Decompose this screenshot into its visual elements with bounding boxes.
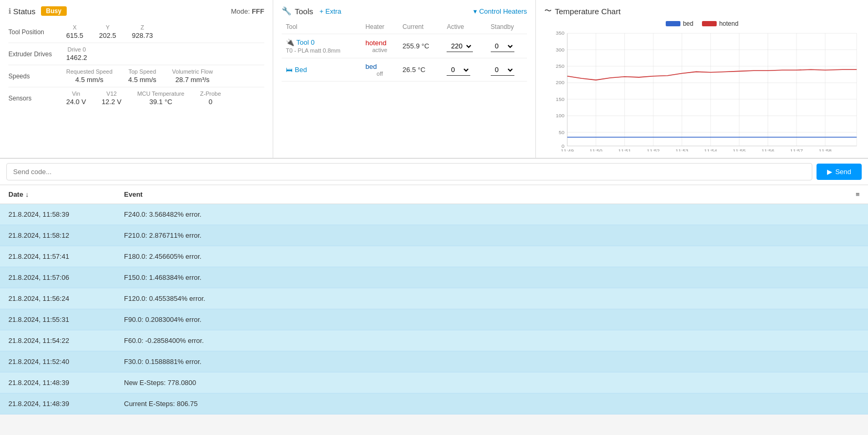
chart-title: 〜 Temperature Chart [544, 6, 860, 16]
legend-bed-swatch [666, 21, 680, 26]
col-active: Active [442, 21, 486, 34]
log-event-7: F30.0: 0.1588881% error. [124, 358, 860, 366]
send-button[interactable]: ▶ Send [817, 164, 862, 180]
tool-position-values: X 615.5 Y 202.5 Z 928.73 [66, 24, 264, 39]
tool-cell-1: 🛏 Bed [282, 58, 361, 82]
log-row: 21.8.2024, 11:48:39 Current E-Steps: 806… [0, 393, 868, 414]
sensors-row: Sensors Vin 24.0 V V12 12.2 V MCU Temper… [8, 87, 264, 109]
sort-icon[interactable]: ↓ [25, 190, 29, 198]
tools-extra-link[interactable]: + Extra [319, 7, 342, 15]
svg-text:11:51: 11:51 [618, 148, 631, 151]
svg-text:11:53: 11:53 [676, 148, 689, 151]
svg-text:11:57: 11:57 [790, 148, 803, 151]
axis-z: Z 928.73 [132, 24, 153, 39]
tool-icon-0: 🔌 [286, 38, 294, 46]
extruder-values: Drive 0 1462.2 [66, 46, 264, 62]
send-bar: ▶ Send [0, 158, 868, 185]
svg-text:11:54: 11:54 [704, 148, 717, 151]
log-header: Date ↓ Event ≡ [0, 185, 868, 204]
log-event-2: F180.0: 2.456605% error. [124, 252, 860, 260]
tool-name-0[interactable]: 🔌 Tool 0 [286, 38, 357, 46]
status-mode: Mode: FFF [231, 7, 264, 15]
heater-cell-1: bed off [361, 58, 398, 82]
svg-text:200: 200 [556, 80, 564, 86]
status-badge: Busy [41, 6, 67, 16]
log-date-5: 21.8.2024, 11:55:31 [8, 316, 124, 323]
heater-name-0: hotend [366, 39, 394, 47]
current-temp-1: 26.5 °C [398, 58, 442, 82]
legend-hotend: hotend [702, 20, 739, 27]
chart-panel: 〜 Temperature Chart bed hotend .chart-te… [536, 0, 868, 158]
svg-text:250: 250 [556, 63, 564, 69]
chart-icon: 〜 [544, 6, 552, 16]
log-event-1: F210.0: 2.876711% error. [124, 231, 860, 239]
sensor-vin: Vin 24.0 V [66, 90, 86, 106]
log-date-7: 21.8.2024, 11:52:40 [8, 358, 124, 366]
log-date-8: 21.8.2024, 11:48:39 [8, 379, 124, 387]
standby-cell-0[interactable]: 0 [487, 34, 527, 58]
heater-status-0: active [366, 47, 394, 53]
active-select-1[interactable]: 0 [447, 64, 470, 76]
requested-speed: Requested Speed 4.5 mm/s [66, 68, 112, 84]
standby-cell-1[interactable]: 0 [487, 58, 527, 82]
log-row: 21.8.2024, 11:58:12 F210.0: 2.876711% er… [0, 225, 868, 246]
svg-text:11:49: 11:49 [561, 148, 574, 151]
standby-select-0[interactable]: 0 [491, 41, 514, 52]
axis-y: Y 202.5 [99, 24, 117, 39]
log-row: 21.8.2024, 11:55:31 F90.0: 0.2083004% er… [0, 309, 868, 330]
active-select-0[interactable]: 220 [447, 41, 473, 52]
tool-position-row: Tool Position X 615.5 Y 202.5 Z 928.73 [8, 21, 264, 43]
legend-bed: bed [666, 20, 694, 27]
log-row: 21.8.2024, 11:54:22 F60.0: -0.2858400% e… [0, 330, 868, 351]
tool-position-label: Tool Position [8, 28, 66, 36]
log-event-0: F240.0: 3.568482% error. [124, 210, 860, 218]
top-speed: Top Speed 4.5 mm/s [128, 68, 156, 84]
tools-header: 🔧 Tools + Extra ▾ Control Heaters [282, 6, 527, 16]
log-event-3: F150.0: 1.468384% error. [124, 274, 860, 281]
tool-icon-1: 🛏 [286, 66, 293, 74]
log-rows: 21.8.2024, 11:58:39 F240.0: 3.568482% er… [0, 204, 868, 414]
wrench-icon: 🔧 [282, 6, 292, 16]
log-event-4: F120.0: 0.4553854% error. [124, 295, 860, 302]
send-input[interactable] [6, 163, 812, 180]
event-log: Date ↓ Event ≡ 21.8.2024, 11:58:39 F240.… [0, 185, 868, 414]
speeds-values: Requested Speed 4.5 mm/s Top Speed 4.5 m… [66, 68, 264, 84]
log-date-3: 21.8.2024, 11:57:06 [8, 274, 124, 281]
extruder-label: Extruder Drives [8, 50, 66, 58]
log-row: 21.8.2024, 11:52:40 F30.0: 0.1588881% er… [0, 351, 868, 372]
status-header: ℹ Status Busy Mode: FFF [8, 6, 264, 16]
svg-text:300: 300 [556, 47, 564, 53]
sensors-values: Vin 24.0 V V12 12.2 V MCU Temperature 39… [66, 90, 264, 106]
status-label: Status [13, 7, 36, 16]
svg-text:11:55: 11:55 [733, 148, 746, 151]
sensor-zprobe: Z-Probe 0 [200, 90, 221, 106]
log-row: 21.8.2024, 11:57:06 F150.0: 1.468384% er… [0, 267, 868, 288]
col-current: Current [398, 21, 442, 34]
log-date-9: 21.8.2024, 11:48:39 [8, 400, 124, 408]
log-menu-button[interactable]: ≡ [855, 190, 860, 198]
status-panel: ℹ Status Busy Mode: FFF Tool Position X … [0, 0, 273, 158]
svg-text:150: 150 [556, 96, 564, 102]
log-date-6: 21.8.2024, 11:54:22 [8, 337, 124, 345]
log-date-4: 21.8.2024, 11:56:24 [8, 295, 124, 302]
col-heater: Heater [361, 21, 398, 34]
log-date-2: 21.8.2024, 11:57:41 [8, 252, 124, 260]
control-heaters-link[interactable]: ▾ Control Heaters [473, 7, 527, 15]
svg-text:100: 100 [556, 113, 564, 118]
speeds-row: Speeds Requested Speed 4.5 mm/s Top Spee… [8, 65, 264, 87]
log-event-9: Current E-Steps: 806.75 [124, 400, 860, 408]
svg-text:11:56: 11:56 [761, 148, 774, 151]
active-cell-1[interactable]: 0 [442, 58, 486, 82]
extruder-row: Extruder Drives Drive 0 1462.2 [8, 43, 264, 65]
heater-name-1: bed [366, 63, 394, 70]
svg-text:350: 350 [556, 31, 564, 36]
hotend-line [567, 69, 857, 80]
svg-text:11:58: 11:58 [819, 148, 832, 151]
tool-name-1[interactable]: 🛏 Bed [286, 66, 357, 74]
svg-text:11:52: 11:52 [647, 148, 660, 151]
tool-subtitle-0: T0 - PLA matt 0.8mm [286, 47, 357, 54]
active-cell-0[interactable]: 220 [442, 34, 486, 58]
standby-select-1[interactable]: 0 [491, 64, 514, 76]
log-event-header: Event [124, 190, 855, 198]
tool-cell-0: 🔌 Tool 0 T0 - PLA matt 0.8mm [282, 34, 361, 58]
